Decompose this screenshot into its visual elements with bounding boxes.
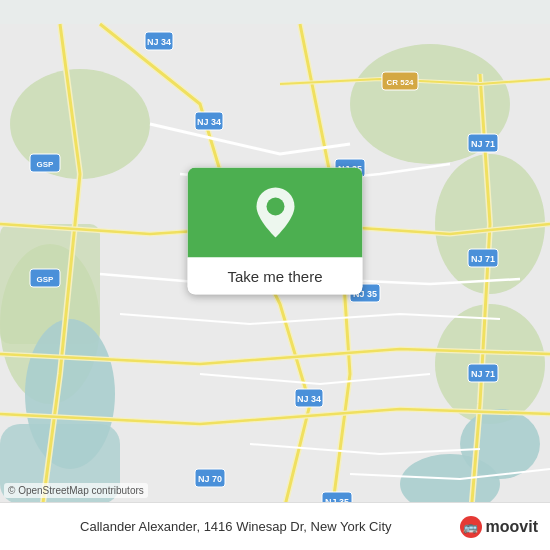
svg-text:NJ 71: NJ 71	[471, 369, 495, 379]
location-text: Callander Alexander, 1416 Winesap Dr, Ne…	[12, 519, 460, 534]
svg-text:NJ 71: NJ 71	[471, 254, 495, 264]
svg-text:GSP: GSP	[37, 275, 55, 284]
svg-text:CR 524: CR 524	[386, 78, 414, 87]
take-me-there-button[interactable]: Take me there	[188, 168, 363, 295]
map-attribution: © OpenStreetMap contributors	[4, 483, 148, 498]
moovit-logo: 🚌 moovit	[460, 516, 538, 538]
svg-text:GSP: GSP	[37, 160, 55, 169]
bottom-info-bar: Callander Alexander, 1416 Winesap Dr, Ne…	[0, 502, 550, 550]
moovit-text: moovit	[486, 518, 538, 536]
moovit-icon: 🚌	[460, 516, 482, 538]
svg-point-37	[266, 198, 284, 216]
svg-text:NJ 71: NJ 71	[471, 139, 495, 149]
map-container: NJ 34 NJ 34 NJ 34 GSP GSP NJ 35 NJ 35 NJ…	[0, 0, 550, 550]
svg-text:NJ 70: NJ 70	[198, 474, 222, 484]
svg-text:NJ 34: NJ 34	[297, 394, 321, 404]
button-card-top	[188, 168, 363, 258]
attribution-text: © OpenStreetMap contributors	[8, 485, 144, 496]
button-label-text: Take me there	[188, 258, 363, 295]
map-pin-icon	[253, 186, 297, 240]
svg-text:NJ 34: NJ 34	[147, 37, 171, 47]
svg-text:NJ 34: NJ 34	[197, 117, 221, 127]
